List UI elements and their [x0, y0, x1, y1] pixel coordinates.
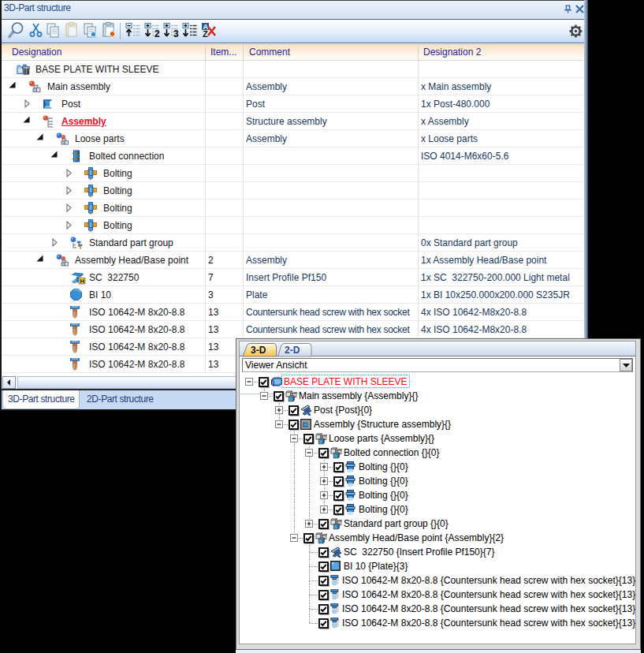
svg-text:H: H [80, 278, 84, 285]
svg-text:2: 2 [154, 28, 160, 39]
svg-text:3: 3 [173, 28, 179, 39]
svg-text:Z: Z [203, 29, 208, 39]
